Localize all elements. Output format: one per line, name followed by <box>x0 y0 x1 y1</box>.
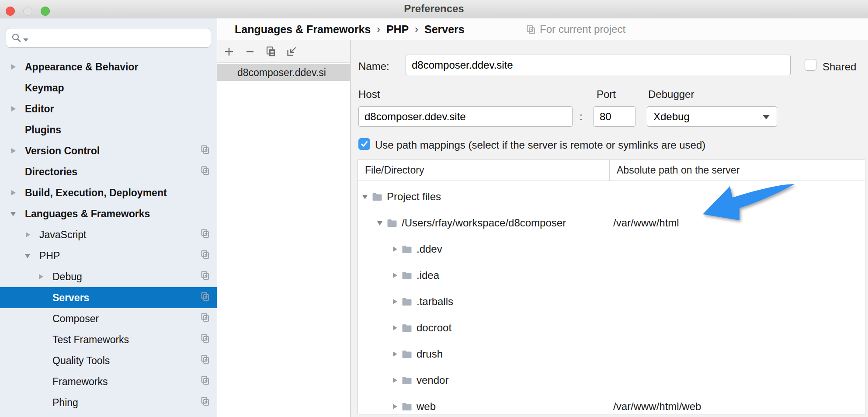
shareable-settings-icon <box>200 354 210 367</box>
expand-triangle-icon[interactable] <box>392 324 398 331</box>
expand-triangle-icon[interactable] <box>392 298 398 305</box>
sidebar-item[interactable]: Languages & Frameworks <box>0 203 217 224</box>
expand-triangle-icon[interactable] <box>10 84 17 91</box>
shareable-settings-icon <box>200 229 210 241</box>
breadcrumb-servers[interactable]: Servers <box>424 23 465 36</box>
sidebar-item-label: Test Frameworks <box>52 334 200 346</box>
expand-triangle-icon[interactable] <box>38 399 45 406</box>
sidebar-item-label: Languages & Frameworks <box>25 208 200 220</box>
breadcrumb-languages-frameworks[interactable]: Languages & Frameworks <box>235 23 371 36</box>
expand-triangle-icon[interactable] <box>38 357 45 364</box>
column-header-absolute-path[interactable]: Absolute path on the server <box>617 160 740 181</box>
server-name: d8composer.ddev.si <box>237 67 326 78</box>
expand-triangle-icon[interactable] <box>377 219 383 226</box>
debugger-dropdown[interactable]: Xdebug <box>647 106 777 127</box>
folder-icon <box>402 376 412 385</box>
expand-triangle-icon[interactable] <box>38 378 45 385</box>
sidebar-item[interactable]: Servers <box>0 287 217 308</box>
expand-triangle-icon[interactable] <box>10 189 17 196</box>
sidebar-item-label: Servers <box>52 292 200 304</box>
expand-triangle-icon[interactable] <box>38 273 45 280</box>
folder-icon <box>402 323 412 332</box>
sidebar-item[interactable]: Keymap <box>0 77 217 98</box>
folder-icon <box>402 297 412 306</box>
server-list: d8composer.ddev.si <box>217 63 350 81</box>
sidebar-item[interactable]: Debug <box>0 266 217 287</box>
server-list-item[interactable]: d8composer.ddev.si <box>217 64 350 81</box>
sidebar-item-label: Keymap <box>25 82 200 94</box>
expand-triangle-icon[interactable] <box>24 252 31 259</box>
sidebar-item[interactable]: Test Frameworks <box>0 329 217 350</box>
sidebar-item-label: Plugins <box>25 124 200 136</box>
expand-triangle-icon[interactable] <box>24 231 31 238</box>
mapping-tree-row[interactable]: .idea <box>358 262 865 288</box>
sidebar-item-label: Quality Tools <box>52 355 200 367</box>
mapping-tree-row[interactable]: web /var/www/html/web <box>358 393 865 414</box>
expand-triangle-icon[interactable] <box>38 294 45 301</box>
breadcrumb-php[interactable]: PHP <box>386 23 409 36</box>
mapping-tree-row[interactable]: .ddev <box>358 236 865 262</box>
sidebar-item[interactable]: Composer <box>0 308 217 329</box>
expand-triangle-icon[interactable] <box>10 63 17 70</box>
shareable-settings-icon <box>200 313 210 325</box>
expand-triangle-icon[interactable] <box>392 351 398 358</box>
copy-sheets-icon <box>526 24 536 35</box>
add-icon[interactable] <box>223 45 235 57</box>
folder-icon <box>402 350 412 358</box>
remote-path[interactable]: /var/www/html <box>613 217 679 229</box>
expand-triangle-icon[interactable] <box>392 377 398 384</box>
remote-path[interactable]: /var/www/html/web <box>613 400 701 413</box>
sidebar-item[interactable]: Phing <box>0 392 217 413</box>
sidebar-item[interactable]: PHP <box>0 245 217 266</box>
expand-triangle-icon[interactable] <box>10 105 17 112</box>
sidebar-item-label: Build, Execution, Deployment <box>25 187 200 199</box>
expand-triangle-icon[interactable] <box>10 210 17 217</box>
sidebar-item-label: Directories <box>25 166 200 178</box>
expand-triangle-icon[interactable] <box>392 246 398 253</box>
sidebar-item[interactable]: Version Control <box>0 140 217 161</box>
mapping-tree-row[interactable]: .tarballs <box>358 288 865 315</box>
expand-triangle-icon[interactable] <box>38 315 45 322</box>
import-icon[interactable] <box>286 45 298 57</box>
search-options-chevron-icon[interactable] <box>23 38 28 42</box>
expand-triangle-icon[interactable] <box>392 272 398 279</box>
host-label: Host <box>358 88 380 101</box>
shared-checkbox[interactable] <box>805 59 816 71</box>
sidebar-item[interactable]: Quality Tools <box>0 350 217 371</box>
expand-triangle-icon[interactable] <box>38 336 45 343</box>
host-input[interactable] <box>358 106 573 127</box>
column-header-file-directory[interactable]: File/Directory <box>365 160 424 181</box>
use-path-mappings-label[interactable]: Use path mappings (select if the server … <box>375 139 705 151</box>
expand-triangle-icon[interactable] <box>392 403 398 410</box>
expand-triangle-icon[interactable] <box>362 193 368 200</box>
sidebar-item[interactable]: Plugins <box>0 119 217 140</box>
settings-header: Languages & Frameworks › PHP › Servers F… <box>217 18 868 40</box>
search-input[interactable] <box>28 28 211 48</box>
sidebar-item[interactable]: Frameworks <box>0 371 217 392</box>
column-divider[interactable] <box>609 160 610 181</box>
expand-triangle-icon[interactable] <box>10 147 17 154</box>
breadcrumb: Languages & Frameworks › PHP › Servers <box>235 18 465 40</box>
remove-icon[interactable] <box>244 45 256 57</box>
mapping-tree-row[interactable]: docroot <box>358 315 865 341</box>
folder-icon <box>402 271 412 280</box>
expand-triangle-icon[interactable] <box>10 126 17 133</box>
sidebar-item[interactable]: Build, Execution, Deployment <box>0 182 217 203</box>
sidebar-item[interactable]: Directories <box>0 161 217 182</box>
sidebar-item[interactable]: Editor <box>0 98 217 119</box>
name-input[interactable] <box>406 55 791 75</box>
port-input[interactable] <box>594 106 635 127</box>
servers-toolbar <box>217 40 350 63</box>
expand-triangle-icon[interactable] <box>10 168 17 175</box>
sidebar-item[interactable]: Appearance & Behavior <box>0 56 217 77</box>
window-titlebar[interactable]: Preferences <box>0 0 868 18</box>
mapping-tree-row[interactable]: drush <box>358 341 865 367</box>
duplicate-icon[interactable] <box>265 45 277 57</box>
local-path: .idea <box>417 269 439 281</box>
mapping-tree-row[interactable]: vendor <box>358 367 865 393</box>
shared-label[interactable]: Shared <box>823 61 856 73</box>
settings-search-field[interactable] <box>6 28 211 48</box>
sidebar-item[interactable]: JavaScript <box>0 224 217 245</box>
use-path-mappings-checkbox[interactable] <box>358 138 370 150</box>
servers-list-panel: d8composer.ddev.si <box>217 40 351 417</box>
